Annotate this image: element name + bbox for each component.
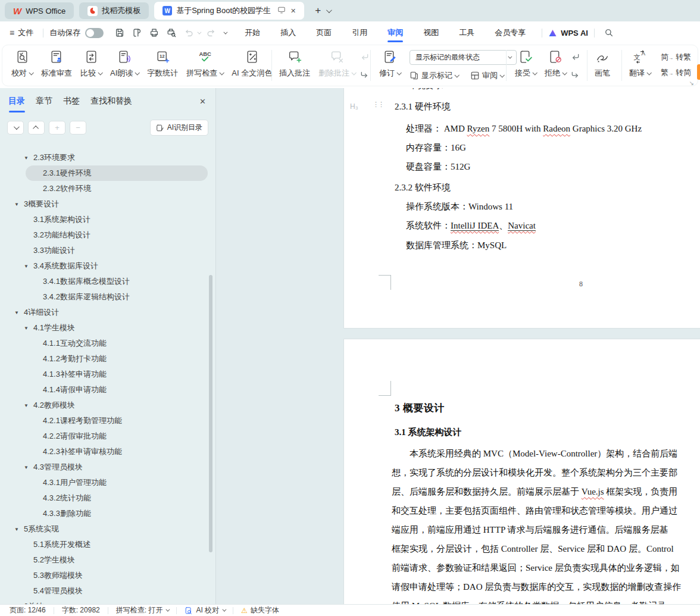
toc-collapse-icon[interactable]: ▼ <box>24 155 29 161</box>
close-tab-icon[interactable]: ✕ <box>290 7 296 15</box>
previous-comment-button[interactable] <box>360 52 370 64</box>
tab-docer-templates[interactable]: 找稻壳模板 <box>79 2 149 19</box>
insert-comment-button[interactable]: 插入批注 <box>275 44 314 79</box>
toc-collapse-icon[interactable]: ▼ <box>14 310 19 315</box>
tab-document[interactable]: W 基于Spring Boot的校园学生 ✕ <box>154 2 304 20</box>
undo-button[interactable] <box>181 26 196 40</box>
ai-polish-button[interactable]: AI 全文润色 <box>227 44 276 79</box>
menu-tab-page[interactable]: 页面 <box>306 21 342 44</box>
toc-item[interactable]: ▼3概要设计 <box>0 196 215 212</box>
toc-item[interactable]: 3.4.1数据库概念模型设计 <box>0 274 215 289</box>
toc-item[interactable]: ▼5系统实现 <box>0 521 215 537</box>
sidebar-tab-chapters[interactable]: 章节 <box>36 96 52 112</box>
missing-font-warning[interactable]: ⚠ 缺失字体 <box>241 605 279 615</box>
close-sidebar-icon[interactable]: ✕ <box>199 97 206 112</box>
toc-item[interactable]: 4.2.3补签申请审核功能 <box>0 444 215 459</box>
page-indicator[interactable]: 页面: 12/46 <box>10 605 46 615</box>
toc-collapse-icon[interactable]: ▼ <box>24 465 29 470</box>
toc-item[interactable]: 4.1.4请假申请功能 <box>0 382 215 398</box>
ai-recognize-toc-button[interactable]: AI识别目录 <box>150 120 208 136</box>
toc-item[interactable]: ▼6总结 <box>0 599 215 604</box>
ai-proofread-status[interactable]: AI 校对 <box>185 605 225 615</box>
toc-collapse-icon[interactable]: ▼ <box>24 326 29 331</box>
toc-item[interactable]: 2.3.2软件环境 <box>0 181 215 196</box>
document-page-8[interactable]: 2.3 环境要求 H₃ ⋮⋮ 2.3.1 硬件环境 处理器： AMD Ryzen… <box>344 88 700 328</box>
toc-collapse-icon[interactable]: ▼ <box>24 403 29 408</box>
zoom-in-button[interactable]: + <box>49 121 65 135</box>
collapse-up-button[interactable] <box>28 121 45 135</box>
compare-button[interactable]: 比较 <box>76 44 106 79</box>
delete-comment-button[interactable]: 删除批注 <box>314 44 360 79</box>
zoom-out-button[interactable]: − <box>70 121 86 135</box>
menu-tab-home[interactable]: 开始 <box>235 21 270 44</box>
toc-item[interactable]: 4.3.2统计功能 <box>0 490 215 506</box>
undo-dropdown-icon[interactable] <box>198 30 202 34</box>
spellcheck-status[interactable]: 拼写检查: 打开 <box>116 605 169 615</box>
sidebar-tab-bookmarks[interactable]: 书签 <box>63 96 80 112</box>
toc-collapse-icon[interactable]: ▼ <box>14 202 19 207</box>
accept-changes-button[interactable]: 接受 <box>511 44 540 79</box>
toc-item[interactable]: 2.3.1硬件环境 <box>0 165 215 181</box>
ink-pen-button[interactable]: 画笔 <box>590 44 614 79</box>
toc-item[interactable]: 4.1.1互动交流功能 <box>0 336 215 351</box>
proofread-button[interactable]: 校对 <box>7 44 37 79</box>
standard-review-button[interactable]: 标准审查 <box>37 44 76 79</box>
toc-item[interactable]: 5.1系统开发概述 <box>0 537 215 552</box>
reject-changes-button[interactable]: 拒绝 <box>540 44 570 79</box>
word-count-indicator[interactable]: 字数: 20982 <box>62 605 100 615</box>
print-preview-button[interactable] <box>164 26 179 40</box>
markup-state-dropdown[interactable]: 显示标记的最终状态 <box>410 50 517 65</box>
toc-item[interactable]: 5.3教师端模块 <box>0 568 215 583</box>
show-markup-button[interactable]: 显示标记 <box>410 70 458 81</box>
toc-item[interactable]: ▼4.2教师模块 <box>0 398 215 413</box>
toc-collapse-icon[interactable]: ▼ <box>24 264 29 269</box>
track-changes-button[interactable]: 修订 <box>375 44 405 79</box>
document-page-9[interactable]: 3 概要设计 3.1 系统架构设计 本系统采用经典的 MVC（Model-Vie… <box>344 339 700 604</box>
toc-item[interactable]: ▼2.3环境要求 <box>0 150 215 165</box>
save-button[interactable] <box>112 26 127 40</box>
toc-item[interactable]: 5.2学生模块 <box>0 552 215 568</box>
toc-item[interactable]: 3.1系统架构设计 <box>0 212 215 227</box>
toc-item[interactable]: 4.3.1用户管理功能 <box>0 475 215 490</box>
print-button[interactable] <box>146 26 161 40</box>
traditional-to-simplified-button[interactable]: 繁→ 转简 <box>661 67 691 78</box>
next-change-button[interactable] <box>570 70 580 82</box>
sidebar-scrollbar[interactable] <box>209 275 212 552</box>
drag-handle-icon[interactable]: ⋮⋮ <box>373 101 383 108</box>
menu-tab-view[interactable]: 视图 <box>413 21 449 44</box>
previous-change-button[interactable] <box>570 52 580 64</box>
tab-list-dropdown-icon[interactable] <box>326 7 332 13</box>
clipped-side-button[interactable] <box>697 64 700 80</box>
translate-button[interactable]: 文A 翻译 <box>625 44 655 79</box>
document-canvas[interactable]: 2.3 环境要求 H₃ ⋮⋮ 2.3.1 硬件环境 处理器： AMD Ryzen… <box>216 88 700 604</box>
toc-item[interactable]: 5.4管理员模块 <box>0 583 215 599</box>
quick-access-dropdown-icon[interactable] <box>224 30 228 34</box>
toc-item[interactable]: 4.2.2请假审批功能 <box>0 429 215 444</box>
menu-tab-reference[interactable]: 引用 <box>342 21 377 44</box>
toc-item[interactable]: ▼3.4系统数据库设计 <box>0 258 215 274</box>
wps-ai-button[interactable]: WPS AI <box>548 29 588 37</box>
ai-read-aloud-button[interactable]: AI朗读 <box>106 44 143 79</box>
tab-wps-home[interactable]: W WPS Office <box>5 2 74 19</box>
simplified-to-traditional-button[interactable]: 简→ 转繁 <box>661 52 691 62</box>
toc-item[interactable]: 3.4.2数据库逻辑结构设计 <box>0 289 215 305</box>
toc-item[interactable]: ▼4.1学生模块 <box>0 320 215 336</box>
autosave-toggle[interactable] <box>85 28 104 38</box>
toc-item[interactable]: 3.3功能设计 <box>0 243 215 258</box>
word-count-button[interactable]: 12 字数统计 <box>143 44 182 79</box>
toc-item[interactable]: 4.1.2考勤打卡功能 <box>0 351 215 367</box>
expand-down-button[interactable] <box>7 121 24 135</box>
toc-collapse-icon[interactable]: ▼ <box>14 527 19 532</box>
redo-button[interactable] <box>204 26 218 40</box>
search-icon[interactable] <box>602 26 617 40</box>
toc-item[interactable]: 4.2.1课程考勤管理功能 <box>0 413 215 429</box>
toc-item[interactable]: 4.3.3删除功能 <box>0 506 215 521</box>
export-pdf-button[interactable] <box>129 26 144 40</box>
toc-collapse-icon[interactable]: ▼ <box>14 604 19 605</box>
menu-tab-insert[interactable]: 插入 <box>270 21 306 44</box>
spell-check-button[interactable]: ABC 拼写检查 <box>182 44 227 79</box>
file-menu[interactable]: 文件 <box>18 27 33 38</box>
toc-item[interactable]: 3.2功能结构设计 <box>0 227 215 243</box>
menu-tab-tools[interactable]: 工具 <box>449 21 485 44</box>
collapse-ribbon-icon[interactable]: ↘ <box>689 80 694 86</box>
